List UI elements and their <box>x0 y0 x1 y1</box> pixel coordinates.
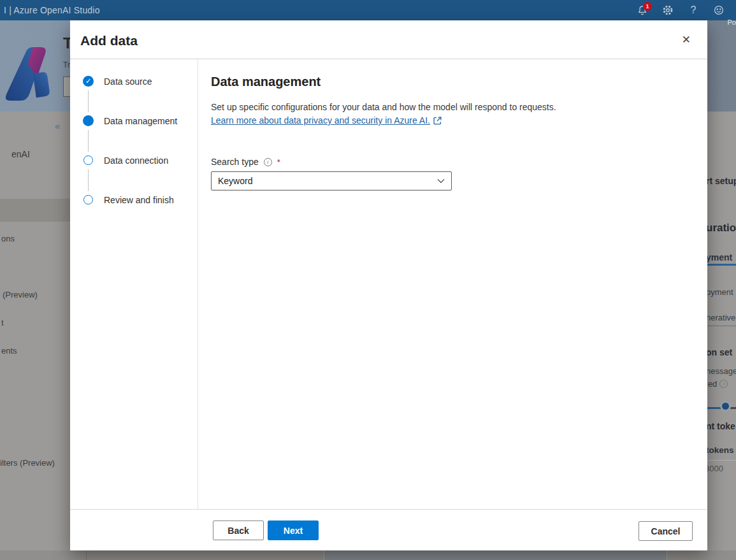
step-connector <box>88 130 89 152</box>
notifications-bell-icon[interactable]: 1 <box>637 4 648 16</box>
search-type-label: Search type <box>211 157 259 167</box>
topbar-icons: 1 ? <box>637 0 725 20</box>
external-link-icon <box>433 117 442 125</box>
back-button[interactable]: Back <box>213 521 264 540</box>
step-connector <box>88 169 89 191</box>
add-data-dialog: Add data ✕ ✓ Data source Data management… <box>70 20 707 550</box>
deployment-tab-fragment: yment <box>706 252 732 262</box>
cancel-button[interactable]: Cancel <box>639 521 693 541</box>
tokens-input-border <box>706 460 736 461</box>
past-messages-label-fragment-2: led i <box>706 379 728 389</box>
required-asterisk: * <box>277 157 280 167</box>
app-title: I | Azure OpenAI Studio <box>4 5 100 15</box>
past-messages-label-fragment: nessage <box>706 366 736 376</box>
configuration-heading-fragment: uratio <box>706 222 736 234</box>
step-data-source[interactable]: ✓ Data source <box>83 76 152 87</box>
step-review-and-finish[interactable]: Review and finish <box>83 194 174 205</box>
deployment-dropdown-border <box>706 326 736 326</box>
info-icon[interactable]: i <box>264 158 272 166</box>
slider-thumb <box>720 401 731 412</box>
tokens-value-fragment: 8000 <box>705 464 723 473</box>
sidebar-item-fragment: enAI <box>11 149 30 159</box>
section-heading: Data management <box>211 75 321 89</box>
token-count-heading-fragment: nt toke <box>706 421 735 431</box>
tab-active-indicator <box>706 264 736 266</box>
user-name-fragment: Po <box>728 18 736 26</box>
learn-more-link[interactable]: Learn more about data privacy and securi… <box>211 115 442 126</box>
tokens-label-fragment: tokens <box>706 445 734 455</box>
feedback-smiley-icon[interactable] <box>713 4 725 16</box>
sidebar-item-fragment: ilters (Preview) <box>0 458 55 468</box>
section-description: Set up specific configurations for your … <box>211 102 556 112</box>
footer-divider <box>70 509 707 510</box>
sidebar-item-fragment: t <box>1 318 4 327</box>
azure-openai-logo-icon <box>4 45 55 104</box>
settings-gear-icon[interactable] <box>662 4 674 16</box>
step-current-icon <box>83 115 94 126</box>
top-bar: I | Azure OpenAI Studio 1 ? <box>0 0 736 20</box>
sidebar-item-fragment: ents <box>1 346 17 355</box>
sidebar-item-fragment: ons <box>1 234 15 243</box>
azure-openai-studio-screen: I | Azure OpenAI Studio 1 ? <box>0 0 736 560</box>
page-subtitle-fragment: Tr <box>63 61 70 69</box>
step-upcoming-icon <box>83 155 93 165</box>
step-completed-icon: ✓ <box>83 76 94 87</box>
dropdown-selected-value: Keyword <box>218 176 437 186</box>
search-type-label-row: Search type i * <box>211 157 280 167</box>
stepper-divider <box>198 59 198 509</box>
deployment-value-fragment: nerative <box>706 313 735 322</box>
search-type-dropdown[interactable]: Keyword <box>211 171 452 190</box>
sidebar-item-fragment: (Preview) <box>3 290 38 299</box>
step-upcoming-icon <box>83 195 93 205</box>
help-icon[interactable]: ? <box>688 4 699 16</box>
close-icon[interactable]: ✕ <box>682 33 691 47</box>
step-label: Data source <box>104 76 152 87</box>
slider-fill <box>706 407 720 409</box>
step-label: Review and finish <box>104 195 174 205</box>
chevron-down-icon <box>437 178 445 183</box>
background-panels-strip <box>0 550 736 560</box>
step-data-connection[interactable]: Data connection <box>83 155 168 166</box>
info-icon: i <box>719 380 728 388</box>
step-connector <box>88 90 89 112</box>
header-divider <box>70 59 707 59</box>
deployment-label-fragment: oyment <box>706 287 733 297</box>
step-data-management[interactable]: Data management <box>83 115 177 126</box>
next-button[interactable]: Next <box>268 521 319 540</box>
sidebar-collapse-icon: « <box>55 120 60 131</box>
session-settings-heading-fragment: on set <box>706 347 732 357</box>
dialog-title: Add data <box>80 33 138 48</box>
assistant-setup-heading-fragment: rt setup <box>706 176 736 186</box>
notification-badge: 1 <box>643 2 652 11</box>
step-label: Data connection <box>104 155 168 166</box>
step-label: Data management <box>104 116 177 126</box>
